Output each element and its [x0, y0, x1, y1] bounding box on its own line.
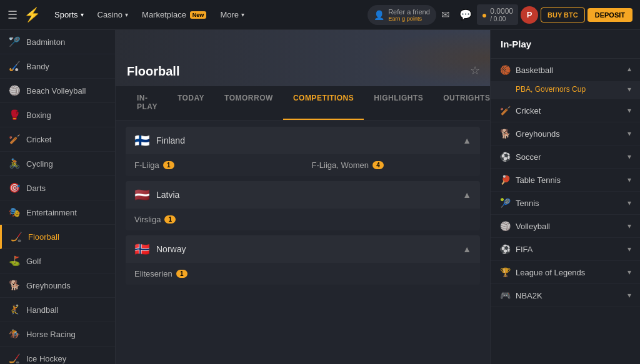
coin-icon: ●: [482, 10, 487, 20]
favorite-star-icon[interactable]: ☆: [470, 64, 480, 77]
country-header[interactable]: 🇳🇴Norway▲: [126, 235, 480, 263]
competition-count-badge: 1: [163, 161, 174, 169]
inplay-sport-row[interactable]: 🏓Table Tennis▾: [491, 169, 640, 191]
deposit-button[interactable]: DEPOSIT: [588, 8, 632, 22]
chat-icon[interactable]: 💬: [457, 6, 474, 23]
inplay-sport-row[interactable]: ⚽Soccer▾: [491, 145, 640, 168]
country-header[interactable]: 🇫🇮Finland▲: [126, 127, 480, 154]
buy-btc-button[interactable]: BUY BTC: [541, 7, 585, 22]
refer-label: Refer a friend: [388, 8, 430, 16]
competition-name: F-Liiga, Women: [312, 160, 369, 170]
country-flag-icon: 🇱🇻: [134, 187, 150, 202]
sidebar-item-entertainment[interactable]: 🎭Entertainment: [0, 200, 115, 225]
sidebar-item-cycling[interactable]: 🚴Cycling: [0, 152, 115, 176]
nav-item-marketplace[interactable]: MarketplaceNew: [136, 7, 212, 22]
beach-volleyball-icon: 🏐: [9, 85, 20, 96]
inplay-sport-soccer: ⚽Soccer▾: [491, 145, 640, 169]
fifa-icon: ⚽: [499, 244, 511, 254]
basketball-icon: 🏀: [499, 65, 511, 75]
inplay-sport-name: Soccer: [516, 152, 622, 162]
chevron-down-icon: ▾: [628, 129, 631, 138]
tab-today[interactable]: TODAY: [168, 86, 214, 120]
sidebar-item-label: Badminton: [26, 37, 65, 47]
inplay-sport-row[interactable]: 🐕Greyhounds▾: [491, 122, 640, 145]
competition-name: Virsliga: [134, 215, 161, 224]
inplay-sport-tennis: 🎾Tennis▾: [491, 192, 640, 215]
inplay-sport-name: Cricket: [516, 106, 622, 116]
nav-item-sports[interactable]: Sports▾: [48, 7, 90, 22]
sidebar-item-label: Greyhounds: [26, 281, 71, 290]
refer-sublabel: Earn g points: [388, 16, 430, 22]
chevron-down-icon: ▾: [628, 245, 631, 253]
tab-competitions[interactable]: COMPETITIONS: [283, 86, 364, 120]
floorball-icon: 🏒: [11, 231, 22, 242]
sidebar-item-greyhounds[interactable]: 🐕Greyhounds: [0, 273, 115, 298]
sidebar-item-label: Boxing: [26, 111, 51, 120]
tab-in-play[interactable]: IN-PLAY: [127, 86, 168, 120]
sidebar-item-boxing[interactable]: 🥊Boxing: [0, 103, 115, 127]
chevron-down-icon: ▾: [628, 222, 631, 230]
cycling-icon: 🚴: [9, 158, 20, 169]
competition-item[interactable]: Virsliga1: [126, 209, 303, 230]
refer-friend-button[interactable]: 👤 Refer a friend Earn g points: [368, 5, 436, 25]
greyhounds-icon: 🐕: [9, 280, 20, 291]
inplay-sport-row[interactable]: 🏏Cricket▾: [491, 99, 640, 122]
chevron-down-icon: ▾: [628, 268, 631, 277]
avatar[interactable]: P: [521, 6, 538, 24]
competition-item[interactable]: Eliteserien1: [126, 263, 303, 285]
sidebar-item-label: Cycling: [26, 159, 53, 169]
sidebar-item-bandy[interactable]: 🏑Bandy: [0, 54, 115, 79]
chevron-down-icon: ▾: [241, 11, 244, 18]
sidebar-item-floorball[interactable]: 🏒Floorball: [0, 225, 115, 249]
nav-item-more[interactable]: More▾: [214, 7, 251, 22]
menu-icon[interactable]: ☰: [8, 8, 18, 22]
inplay-sport-name: NBA2K: [516, 291, 622, 300]
sidebar-item-label: Golf: [26, 257, 41, 266]
chevron-up-icon: ▲: [462, 244, 471, 254]
logo-icon[interactable]: ⚡: [24, 7, 41, 23]
tab-tomorrow[interactable]: TOMORROW: [214, 86, 283, 120]
sidebar-item-golf[interactable]: ⛳Golf: [0, 249, 115, 273]
sidebar-item-handball[interactable]: 🤾Handball: [0, 298, 115, 322]
competition-item[interactable]: F-Liiga, Women4: [303, 154, 481, 176]
sidebar-item-label: Entertainment: [26, 208, 77, 217]
chevron-down-icon: ▾: [628, 106, 631, 115]
tennis-icon: 🎾: [499, 198, 511, 208]
inplay-sport-row[interactable]: 🏀Basketball▾: [491, 59, 640, 81]
horse-racing-icon: 🏇: [9, 328, 20, 340]
sidebar-item-darts[interactable]: 🎯Darts: [0, 176, 115, 200]
sport-header: Floorball ☆: [116, 30, 490, 86]
cricket-icon: 🏏: [9, 134, 20, 145]
competition-rows: Eliteserien1: [126, 263, 480, 285]
sidebar-item-horse-racing[interactable]: 🏇Horse Racing: [0, 322, 115, 347]
inplay-sport-row[interactable]: ⚽FIFA▾: [491, 238, 640, 260]
sidebar-item-beach-volleyball[interactable]: 🏐Beach Volleyball: [0, 79, 115, 103]
chevron-down-icon: ▾: [81, 11, 84, 18]
country-header[interactable]: 🇱🇻Latvia▲: [126, 181, 480, 209]
inplay-sport-row[interactable]: 🏆League of Legends▾: [491, 261, 640, 283]
inplay-sport-row[interactable]: 🎾Tennis▾: [491, 192, 640, 214]
inplay-sport-basketball: 🏀Basketball▾PBA, Governors Cup▾: [491, 59, 640, 99]
chevron-down-icon: ▾: [628, 152, 631, 161]
sidebar-item-label: Handball: [26, 305, 58, 315]
sidebar-item-label: Beach Volleyball: [26, 86, 86, 96]
tab-highlights[interactable]: HIGHLIGHTS: [364, 86, 433, 120]
balance-amount: 0.0000: [490, 7, 513, 16]
nav-item-casino[interactable]: Casino▾: [91, 7, 134, 22]
cricket-icon: 🏏: [499, 106, 511, 116]
volleyball-icon: 🏐: [499, 221, 511, 231]
soccer-icon: ⚽: [499, 152, 511, 162]
country-flag-icon: 🇳🇴: [134, 242, 150, 257]
mail-icon[interactable]: ✉: [439, 6, 452, 23]
sidebar-item-ice-hockey[interactable]: 🏒Ice Hockey: [0, 347, 115, 364]
chevron-down-icon: ▾: [125, 11, 128, 18]
inplay-sub-item[interactable]: PBA, Governors Cup▾: [491, 81, 640, 99]
inplay-sport-row[interactable]: 🏐Volleyball▾: [491, 215, 640, 237]
tab-outrights[interactable]: OUTRIGHTS: [433, 86, 490, 120]
handball-icon: 🤾: [9, 304, 20, 315]
sidebar-item-cricket[interactable]: 🏏Cricket: [0, 127, 115, 152]
competition-item[interactable]: F-Liiga1: [126, 154, 303, 176]
chevron-down-icon: ▾: [628, 175, 631, 184]
inplay-sport-row[interactable]: 🎮NBA2K▾: [491, 284, 640, 307]
sidebar-item-badminton[interactable]: 🏸Badminton: [0, 30, 115, 54]
